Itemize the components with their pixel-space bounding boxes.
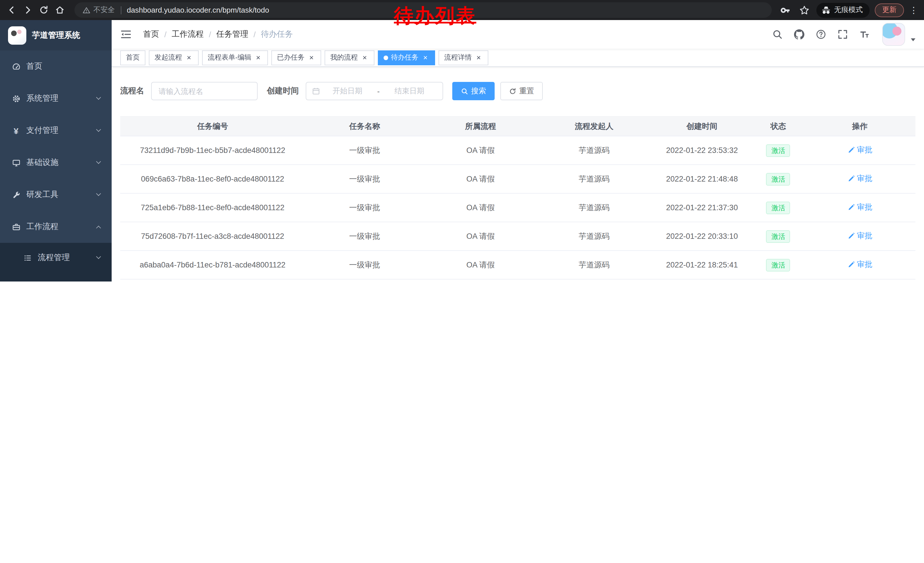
cell-initiator: 芋道源码: [537, 165, 651, 193]
cell-task-name: 一级审批: [305, 136, 424, 165]
sidebar-item-label: 流程管理: [38, 252, 70, 263]
tab-close-icon[interactable]: ×: [308, 54, 315, 62]
column-header-create-time: 创建时间: [651, 117, 753, 136]
tab-process-detail[interactable]: 流程详情 ×: [438, 50, 488, 65]
avatar-dropdown-caret-icon[interactable]: [911, 38, 915, 41]
process-name-input[interactable]: [151, 82, 258, 100]
cell-initiator: 芋道源码: [537, 279, 651, 281]
search-button-label: 搜索: [471, 86, 486, 96]
tab-label: 已办任务: [277, 53, 304, 62]
sidebar-item-label: 首页: [26, 61, 42, 72]
sidebar-item-payment-management[interactable]: ¥ 支付管理: [0, 114, 112, 147]
tab-label: 我的流程: [330, 53, 358, 62]
edit-icon: [847, 175, 855, 183]
cell-process: OA 请假: [424, 222, 537, 251]
approve-link[interactable]: 审批: [847, 260, 873, 270]
tab-close-icon[interactable]: ×: [361, 54, 369, 62]
tab-initiate-process[interactable]: 发起流程 ×: [149, 50, 199, 65]
sidebar-item-label: 基础设施: [26, 158, 58, 168]
tab-label: 待办任务: [391, 53, 418, 62]
table-row: 725a1eb6-7b88-11ec-8ef0-acde48001122 一级审…: [120, 193, 915, 222]
sidebar-item-label: 系统管理: [26, 93, 58, 104]
yen-icon: ¥: [12, 126, 21, 135]
header-search-button[interactable]: [769, 26, 786, 43]
search-icon: [772, 29, 783, 39]
approve-link[interactable]: 审批: [847, 203, 873, 213]
font-size-button[interactable]: [856, 26, 873, 43]
approve-link[interactable]: 审批: [847, 145, 873, 156]
font-size-icon: [859, 29, 870, 39]
breadcrumb-workflow[interactable]: 工作流程: [172, 29, 204, 39]
red-annotation-text: 待办列表: [394, 6, 476, 25]
chevron-down-icon: [96, 127, 101, 132]
column-header-status: 状态: [753, 117, 804, 136]
create-time-label: 创建时间: [267, 86, 299, 96]
approve-link[interactable]: 审批: [847, 174, 873, 184]
browser-update-button[interactable]: 更新: [875, 3, 904, 17]
workflow-submenu: 流程管理 任务管理 我的流程 待办任务 已办: [0, 243, 112, 281]
approve-link[interactable]: 审批: [847, 231, 873, 242]
active-tab-dot: [384, 55, 388, 60]
tab-close-icon[interactable]: ×: [254, 54, 262, 62]
bookmark-star-icon[interactable]: [798, 3, 811, 17]
browser-forward-button[interactable]: [20, 2, 36, 18]
github-icon: [794, 29, 804, 39]
sidebar-logo-row[interactable]: 芋道管理系统: [0, 20, 112, 50]
tab-close-icon[interactable]: ×: [185, 54, 193, 62]
cell-initiator: 芋道源码: [537, 222, 651, 251]
password-key-icon[interactable]: [778, 3, 792, 17]
fullscreen-button[interactable]: [834, 26, 851, 43]
github-link-button[interactable]: [790, 26, 808, 43]
forward-icon: [22, 5, 32, 15]
breadcrumb-home[interactable]: 首页: [143, 29, 159, 39]
refresh-icon: [39, 5, 48, 15]
tab-todo-tasks[interactable]: 待办任务 ×: [378, 50, 435, 65]
sidebar-item-workflow[interactable]: 工作流程: [0, 211, 112, 243]
tab-home[interactable]: 首页: [120, 50, 146, 65]
sidebar-collapse-button[interactable]: [120, 28, 133, 41]
fullscreen-icon: [837, 29, 848, 39]
status-badge: 激活: [766, 230, 790, 243]
browser-back-button[interactable]: [3, 2, 20, 18]
breadcrumb-separator: /: [254, 30, 256, 39]
approve-link-label: 审批: [857, 145, 873, 156]
tab-done-tasks[interactable]: 已办任务 ×: [272, 50, 321, 65]
incognito-icon: [822, 6, 831, 15]
briefcase-icon: [12, 222, 21, 231]
breadcrumb-separator: /: [164, 30, 166, 39]
tab-close-icon[interactable]: ×: [475, 54, 483, 62]
breadcrumb-separator: /: [209, 30, 211, 39]
sidebar-item-home[interactable]: 首页: [0, 50, 112, 83]
browser-home-button[interactable]: [51, 2, 68, 18]
browser-refresh-button[interactable]: [36, 2, 51, 18]
edit-icon: [847, 147, 855, 154]
sidebar-item-task-management[interactable]: 任务管理: [0, 273, 112, 281]
tab-close-icon[interactable]: ×: [422, 54, 429, 62]
tab-my-processes[interactable]: 我的流程 ×: [325, 50, 374, 65]
sidebar-item-infrastructure[interactable]: 基础设施: [0, 147, 112, 179]
cell-task-id: a6aba0a4-7b6d-11ec-b781-acde48001122: [120, 251, 305, 279]
cell-process: OA 请假: [424, 136, 537, 165]
help-docs-button[interactable]: [812, 26, 830, 43]
tab-label: 首页: [126, 53, 140, 62]
column-header-actions: 操作: [804, 117, 915, 136]
sidebar-item-dev-tools[interactable]: 研发工具: [0, 179, 112, 211]
search-button[interactable]: 搜索: [452, 82, 495, 100]
reset-button[interactable]: 重置: [500, 82, 543, 100]
sidebar-item-system-management[interactable]: 系统管理: [0, 83, 112, 114]
browser-menu-icon[interactable]: ⋮: [909, 5, 918, 15]
create-time-range-picker[interactable]: 开始日期 - 结束日期: [306, 82, 443, 100]
user-avatar[interactable]: [882, 23, 905, 46]
tab-process-form-edit[interactable]: 流程表单-编辑 ×: [202, 50, 268, 65]
chevron-down-icon: [96, 191, 101, 197]
cell-task-id: 75d72608-7b7f-11ec-a3c8-acde48001122: [120, 222, 305, 251]
status-badge: 激活: [766, 258, 790, 271]
tab-label: 流程表单-编辑: [208, 53, 251, 62]
process-name-label: 流程名: [120, 86, 144, 96]
sidebar-item-process-management[interactable]: 流程管理: [0, 243, 112, 273]
cell-task-id: 725a1eb6-7b88-11ec-8ef0-acde48001122: [120, 193, 305, 222]
breadcrumb-task-management[interactable]: 任务管理: [216, 29, 249, 39]
filter-bar: 流程名 创建时间 开始日期 - 结束日期 搜索: [120, 82, 915, 100]
approve-link-label: 审批: [857, 260, 873, 270]
edit-icon: [847, 233, 855, 240]
